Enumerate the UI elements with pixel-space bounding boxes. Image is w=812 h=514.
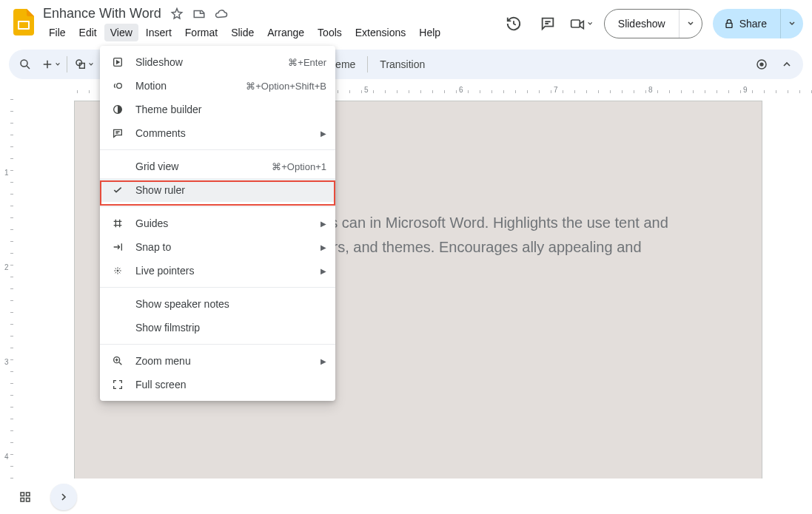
menu-item-snap-to[interactable]: Snap to▶ [100,235,335,259]
snap-icon [110,240,125,254]
menu-item-guides[interactable]: Guides▶ [100,212,335,235]
submenu-arrow-icon: ▶ [321,267,326,275]
menu-item-label: Comments [135,127,186,139]
shape-button[interactable] [72,53,95,76]
menu-item-slideshow[interactable]: Slideshow⌘+Enter [100,50,335,74]
menu-item-label: Slideshow [135,56,183,68]
menu-item-full-screen[interactable]: Full screen [100,373,335,396]
lock-icon [723,18,735,30]
svg-rect-1 [19,22,28,28]
menu-tools[interactable]: Tools [312,24,348,41]
shortcut: ⌘+Option+Shift+B [246,81,326,92]
submenu-arrow-icon: ▶ [321,220,326,228]
menu-item-label: Motion [135,80,167,92]
menu-slide[interactable]: Slide [225,24,260,41]
menu-item-label: Full screen [135,379,186,390]
menu-item-grid-view[interactable]: Grid view⌘+Option+1 [100,155,335,178]
menu-item-zoom-menu[interactable]: Zoom menu▶ [100,349,335,373]
document-title[interactable]: Enhance With Word [43,6,161,21]
titlebar: Enhance With Word FileEditViewInsertForm… [0,0,812,47]
star-icon[interactable] [170,7,184,21]
comment-icon[interactable] [536,12,560,35]
menu-format[interactable]: Format [179,24,224,41]
menu-item-label: Grid view [135,160,178,172]
svg-rect-3 [726,23,732,27]
slideshow-dropdown-icon[interactable] [679,10,702,38]
svg-point-11 [759,62,763,66]
menu-item-label: Live pointers [135,265,194,277]
menu-item-label: Zoom menu [135,355,191,367]
grid-view-icon[interactable] [12,484,38,510]
svg-rect-2 [571,20,580,27]
blank-icon [110,297,125,311]
svg-rect-15 [27,498,30,501]
menu-item-theme-builder[interactable]: Theme builder [100,98,335,121]
history-icon[interactable] [502,12,526,35]
menu-item-label: Show speaker notes [135,298,229,310]
menu-item-label: Show filmstrip [135,322,200,334]
menubar: FileEditViewInsertFormatSlideArrangeTool… [43,24,502,41]
menu-view[interactable]: View [104,24,138,41]
share-dropdown-icon[interactable] [780,9,803,38]
next-icon[interactable] [50,484,77,510]
menu-item-motion[interactable]: Motion⌘+Option+Shift+B [100,74,335,98]
move-icon[interactable] [192,7,206,21]
menu-item-show-speaker-notes[interactable]: Show speaker notes [100,292,335,316]
comments-icon [110,126,125,141]
slideshow-button-label: Slideshow [605,18,679,30]
bottom-bar [0,479,812,514]
menu-item-comments[interactable]: Comments▶ [100,121,335,145]
menu-help[interactable]: Help [413,24,446,41]
share-button-label: Share [739,18,767,30]
svg-point-4 [21,60,27,67]
shortcut: ⌘+Enter [288,57,326,68]
menu-item-label: Theme builder [135,104,202,115]
check-icon [110,183,125,197]
submenu-arrow-icon: ▶ [321,129,326,138]
view-menu-dropdown: Slideshow⌘+EnterMotion⌘+Option+Shift+BTh… [100,46,335,401]
shortcut: ⌘+Option+1 [272,161,326,172]
motion-icon [110,78,125,93]
fullscreen-icon [110,377,125,392]
submenu-arrow-icon: ▶ [321,243,326,251]
play-icon [110,55,125,70]
menu-item-show-ruler[interactable]: Show ruler [100,178,335,202]
menu-edit[interactable]: Edit [73,24,103,41]
vertical-ruler: 1234 [0,95,18,479]
svg-rect-13 [27,493,30,496]
svg-point-19 [117,270,118,271]
menu-item-show-filmstrip[interactable]: Show filmstrip [100,316,335,339]
search-icon[interactable] [13,53,37,76]
submenu-arrow-icon: ▶ [321,357,326,365]
svg-rect-12 [21,493,24,496]
meet-icon[interactable] [570,12,594,35]
collapse-icon[interactable] [775,53,799,76]
theme-icon [110,102,125,117]
guides-icon [110,216,125,231]
slideshow-button[interactable]: Slideshow [604,9,702,38]
transition-button[interactable]: Transition [372,53,432,76]
menu-item-label: Guides [135,217,168,229]
blank-icon [110,159,125,174]
menu-extensions[interactable]: Extensions [349,24,412,41]
cloud-icon[interactable] [215,7,228,21]
slides-logo[interactable] [9,7,38,37]
pointers-icon [110,263,125,278]
menu-insert[interactable]: Insert [140,24,178,41]
menu-item-label: Snap to [135,241,171,253]
record-icon[interactable] [750,53,774,76]
new-slide-button[interactable] [38,53,62,76]
menu-item-label: Show ruler [135,184,185,196]
menu-item-live-pointers[interactable]: Live pointers▶ [100,259,335,283]
zoom-icon [110,354,125,368]
blank-icon [110,320,125,335]
share-button[interactable]: Share [713,9,803,38]
svg-rect-14 [21,498,24,501]
svg-point-17 [117,84,122,89]
menu-file[interactable]: File [43,24,72,41]
menu-arrange[interactable]: Arrange [261,24,310,41]
